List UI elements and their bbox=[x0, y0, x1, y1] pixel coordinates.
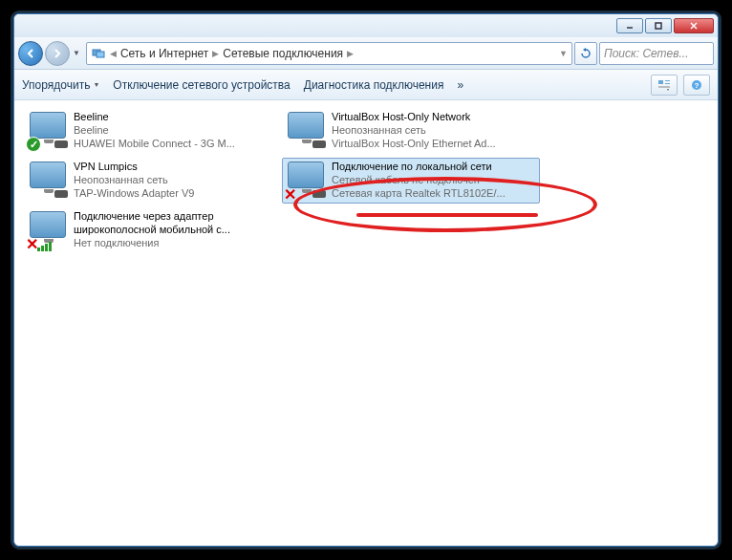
svg-rect-5 bbox=[97, 52, 104, 57]
svg-text:?: ? bbox=[695, 81, 700, 90]
search-input[interactable]: Поиск: Сетев... bbox=[599, 42, 714, 65]
history-dropdown-icon[interactable]: ▼ bbox=[73, 49, 80, 57]
titlebar bbox=[14, 14, 718, 37]
network-adapter-icon bbox=[28, 160, 68, 200]
connection-name: Beeline bbox=[74, 110, 235, 123]
network-adapter-icon: ✕ bbox=[286, 160, 326, 200]
connection-device: Сетевая карта Realtek RTL8102E/... bbox=[332, 186, 506, 200]
content-area: Beeline Beeline HUAWEI Mobile Connect - … bbox=[14, 100, 718, 261]
connection-status: Неопознанная сеть bbox=[74, 173, 194, 186]
toolbar-overflow-button[interactable]: » bbox=[457, 78, 463, 92]
svg-rect-1 bbox=[656, 23, 661, 29]
breadcrumb-separator-icon: ▶ bbox=[212, 49, 219, 58]
back-button[interactable] bbox=[18, 41, 43, 66]
network-location-icon bbox=[91, 46, 106, 61]
toolbar: Упорядочить▼ Отключение сетевого устройс… bbox=[14, 70, 718, 100]
minimize-button[interactable] bbox=[616, 18, 643, 33]
connection-item[interactable]: ✕ Подключение через адаптер широкополосн… bbox=[24, 207, 282, 253]
connection-item-selected[interactable]: ✕ Подключение по локальной сети Сетевой … bbox=[282, 158, 540, 204]
organize-button[interactable]: Упорядочить▼ bbox=[22, 78, 99, 92]
connection-item[interactable]: Beeline Beeline HUAWEI Mobile Connect - … bbox=[24, 108, 282, 154]
close-button[interactable] bbox=[674, 18, 714, 33]
connection-item[interactable]: VPN Lumpics Неопознанная сеть TAP-Window… bbox=[24, 158, 282, 204]
connection-name: Подключение по локальной сети bbox=[332, 160, 506, 173]
refresh-button[interactable] bbox=[574, 42, 597, 65]
breadcrumb-separator-icon: ◀ bbox=[110, 49, 117, 58]
svg-rect-7 bbox=[665, 80, 670, 81]
network-adapter-icon bbox=[28, 110, 68, 150]
connection-name: VirtualBox Host-Only Network bbox=[332, 110, 496, 123]
breadcrumb-2[interactable]: Сетевые подключения bbox=[223, 47, 343, 60]
network-adapter-icon bbox=[286, 110, 326, 150]
disable-device-button[interactable]: Отключение сетевого устройства bbox=[113, 78, 290, 92]
breadcrumb-1[interactable]: Сеть и Интернет bbox=[120, 47, 208, 60]
svg-rect-8 bbox=[665, 83, 670, 84]
connection-name: Подключение через адаптер широкополосной… bbox=[74, 209, 274, 236]
connection-status: Сетевой кабель не подключен bbox=[332, 173, 506, 186]
explorer-window: ▼ ◀ Сеть и Интернет ▶ Сетевые подключени… bbox=[13, 13, 719, 547]
connection-status: Beeline bbox=[74, 123, 235, 137]
breadcrumb-separator-icon: ▶ bbox=[347, 49, 354, 58]
connection-device: TAP-Windows Adapter V9 bbox=[74, 186, 194, 200]
view-options-button[interactable] bbox=[651, 75, 678, 96]
diagnose-button[interactable]: Диагностика подключения bbox=[304, 78, 444, 92]
navbar: ▼ ◀ Сеть и Интернет ▶ Сетевые подключени… bbox=[14, 37, 718, 70]
svg-rect-6 bbox=[658, 80, 663, 84]
connection-item[interactable]: VirtualBox Host-Only Network Неопознанна… bbox=[282, 108, 540, 154]
connection-device: Нет подключения bbox=[74, 236, 274, 249]
address-bar[interactable]: ◀ Сеть и Интернет ▶ Сетевые подключения … bbox=[86, 42, 572, 65]
connection-status: Неопознанная сеть bbox=[332, 123, 496, 137]
maximize-button[interactable] bbox=[645, 18, 672, 33]
address-dropdown-icon[interactable]: ▼ bbox=[559, 49, 568, 58]
connection-device: VirtualBox Host-Only Ethernet Ad... bbox=[332, 137, 496, 150]
network-adapter-icon: ✕ bbox=[28, 209, 68, 249]
connection-device: HUAWEI Mobile Connect - 3G M... bbox=[74, 137, 235, 150]
forward-button[interactable] bbox=[45, 41, 70, 66]
help-button[interactable]: ? bbox=[683, 75, 710, 96]
connection-name: VPN Lumpics bbox=[74, 160, 194, 173]
